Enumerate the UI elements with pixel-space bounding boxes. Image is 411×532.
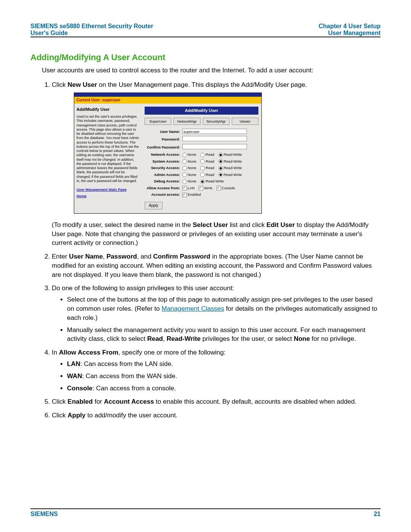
lbl-net: Network Access: [145,151,181,158]
chk-console[interactable] [217,186,221,190]
step-3: Do one of the following to assign privil… [52,284,381,343]
sys-read[interactable] [200,159,205,164]
shot-left-title: Add/Modify User [76,107,139,112]
hdr-product: SIEMENS se5880 Ethernet Security Router [30,23,153,30]
apply-button[interactable]: Apply [145,202,162,209]
link-management-classes[interactable]: Management Classes [161,305,224,312]
step-2: Enter User Name, Password, and Confirm P… [52,252,381,279]
sys-rw[interactable] [218,159,223,164]
step1-bold: New User [68,81,97,88]
step3-bullet2: Manually select the management activity … [67,326,381,344]
sys-none[interactable] [182,159,187,164]
step1-note: (To modify a user, select the desired na… [52,220,381,248]
net-rw[interactable] [218,153,223,157]
dbg-rw[interactable] [200,179,205,184]
adm-none[interactable] [182,173,187,177]
preset-securitymgr[interactable]: SecurityMgr [203,118,229,125]
step4-wan: WAN: Can access from the WAN side. [67,372,381,381]
preset-superuser[interactable]: SuperUser [145,118,171,125]
chk-wan[interactable] [199,186,203,190]
step3-intro: Do one of the following to assign privil… [52,284,234,292]
adm-rw[interactable] [218,173,223,177]
shot-panel-title: Add/Modify User [145,107,258,115]
shot-sidebar: Add/Modify User Used to set the user's a… [74,104,142,213]
chk-lan[interactable] [182,186,187,190]
lbl-confirm: Confirm Password: [145,143,181,151]
page-footer: SIEMENS 21 [30,506,381,518]
step3-bullet1: Select one of the buttons at the top of … [67,295,381,322]
hdr-section: User Management [319,30,381,37]
screenshot: Current User: superuser Add/Modify User … [74,93,262,214]
step1-post: on the User Management page. This displa… [97,81,307,88]
shot-user-bar: Current User: superuser [74,97,261,104]
hdr-subtitle: User's Guide [30,30,153,37]
chk-enabled[interactable] [182,193,187,197]
input-password[interactable] [182,136,247,141]
shot-blue-bar [74,93,261,97]
step1-pre: Click [52,81,68,88]
step4-lan: LAN: Can access from the LAN side. [67,359,381,369]
page-title: Adding/Modifying A User Account [30,53,381,62]
lbl-sec: Security Access: [145,165,181,171]
step-4: In Allow Access From, specify one or mor… [52,348,381,393]
input-username[interactable]: superuser [182,129,247,134]
steps-list: Click New User on the User Management pa… [42,80,381,420]
lbl-adm: Admin Access: [145,171,181,178]
step-6: Click Apply to add/modify the user accou… [52,411,381,420]
shot-link-main[interactable]: User Management Main Page [76,187,139,192]
footer-brand: SIEMENS [30,511,58,518]
hdr-chapter: Chapter 4 User Setup [319,23,381,30]
step-5: Click Enabled for Account Access to enab… [52,397,381,406]
lbl-sys: System Access: [145,158,181,165]
adm-read[interactable] [200,173,205,177]
lbl-password: Password: [145,135,181,143]
net-none[interactable] [182,153,187,157]
step-1: Click New User on the User Management pa… [52,80,381,248]
preset-viewer[interactable]: Viewer [232,118,258,125]
input-confirm[interactable] [182,144,247,149]
dbg-none[interactable] [182,179,187,184]
shot-left-desc: Used to set the user's access privileges… [76,115,139,183]
step4-console: Console: Can access from a console. [67,384,381,393]
preset-row: SuperUser NetworkMgr SecurityMgr Viewer [145,118,258,125]
lbl-dbg: Debug Access: [145,178,181,184]
sec-none[interactable] [182,166,187,171]
sec-read[interactable] [200,166,205,171]
lbl-acct: Account access: [145,191,181,198]
header-rule [30,37,381,37]
lbl-username: User Name: [145,128,181,135]
page-number: 21 [374,511,381,518]
page-header: SIEMENS se5880 Ethernet Security Router … [30,23,381,37]
preset-networkmgr[interactable]: NetworkMgr [174,118,200,125]
net-read[interactable] [200,153,205,157]
lbl-allow: Allow Access from: [145,185,181,191]
shot-form: Add/Modify User SuperUser NetworkMgr Sec… [142,104,261,213]
intro-text: User accounts are used to control access… [42,66,381,75]
sec-rw[interactable] [218,166,223,171]
shot-link-home[interactable]: Home [76,193,139,198]
